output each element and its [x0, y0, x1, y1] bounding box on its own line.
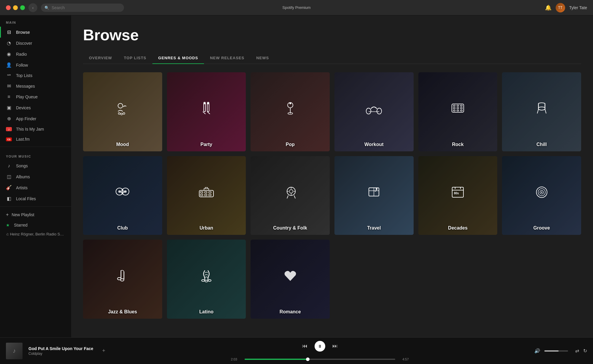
sidebar-label-songs: Songs — [16, 163, 28, 168]
tab-newreleases[interactable]: NEW RELEASES — [204, 52, 250, 64]
svg-point-63 — [208, 280, 211, 281]
svg-rect-21 — [453, 110, 455, 111]
groove-label: Groove — [502, 225, 581, 231]
repeat-button[interactable]: ↻ — [583, 348, 587, 354]
sidebar-item-songs[interactable]: ♪ Songs — [0, 161, 71, 171]
pop-icon — [283, 101, 298, 119]
svg-rect-18 — [453, 108, 455, 109]
username-label[interactable]: Tyler Tate — [569, 5, 587, 10]
genre-card-urban[interactable]: Urban — [167, 156, 246, 235]
tab-genres[interactable]: GENRES & MOODS — [152, 52, 204, 64]
mood-label: Mood — [83, 142, 162, 147]
sidebar-item-toplists[interactable]: ¹²³ Top Lists — [0, 70, 71, 81]
sidebar-item-albums[interactable]: ◫ Albums — [0, 171, 71, 182]
search-input[interactable] — [41, 4, 124, 12]
play-pause-button[interactable]: ⏸ — [315, 341, 325, 352]
track-info: God Put A Smile Upon Your Face Coldplay — [28, 346, 93, 356]
genre-card-country[interactable]: Country & Folk — [251, 156, 330, 235]
search-wrapper: 🔍 — [41, 4, 124, 12]
starred-label: Starred — [14, 223, 28, 227]
add-to-library-button[interactable]: + — [102, 348, 106, 354]
next-button[interactable]: ⏭ — [332, 343, 338, 349]
genre-card-chill[interactable]: Chill — [502, 72, 581, 151]
list-item[interactable]: ♫ Heinz Rögner, Berlin Radio Sympho... — [0, 230, 71, 238]
browse-icon: ⊟ — [6, 29, 12, 35]
chill-label: Chill — [502, 142, 581, 147]
party-icon — [199, 101, 214, 119]
sidebar-label-toplists: Top Lists — [16, 73, 32, 78]
sidebar-item-follow[interactable]: 👤 Follow — [0, 60, 71, 70]
genre-card-rock[interactable]: Rock — [418, 72, 498, 151]
svg-point-13 — [377, 108, 382, 114]
svg-rect-36 — [209, 192, 211, 193]
volume-icon[interactable]: 🔊 — [534, 348, 540, 354]
rock-label: Rock — [418, 142, 498, 147]
main-content: Browse OVERVIEW TOP LISTS GENRES & MOODS… — [71, 15, 593, 337]
sidebar-item-localfiles[interactable]: ◧ Local Files — [0, 193, 71, 204]
svg-point-12 — [366, 108, 371, 114]
progress-track[interactable] — [245, 359, 395, 360]
romance-label: Romance — [251, 309, 330, 315]
sidebar-item-browse[interactable]: ⊟ Browse — [0, 27, 71, 38]
sidebar-label-discover: Discover — [16, 41, 32, 46]
shuffle-button[interactable]: ⇄ — [575, 348, 579, 354]
sidebar-item-discover[interactable]: ◔ Discover — [0, 38, 71, 49]
sidebar-item-playqueue[interactable]: ≡ Play Queue — [0, 92, 71, 102]
sidebar-label-localfiles: Local Files — [16, 196, 36, 201]
svg-point-11 — [289, 102, 291, 104]
volume-track[interactable] — [544, 350, 568, 352]
sidebar-item-thisjam[interactable]: ♪ This Is My Jam — [0, 124, 71, 134]
workout-icon — [366, 103, 382, 118]
sidebar-item-devices[interactable]: ▣ Devices — [0, 102, 71, 113]
starred-item[interactable]: ★ Starred — [0, 220, 71, 230]
artists-icon: 🎸 — [6, 185, 12, 190]
maximize-button[interactable] — [20, 5, 25, 10]
tab-toplists[interactable]: TOP LISTS — [118, 52, 152, 64]
genre-card-club[interactable]: Club — [83, 156, 162, 235]
playqueue-icon: ≡ — [6, 94, 12, 100]
svg-point-61 — [202, 280, 205, 281]
genre-card-workout[interactable]: Workout — [334, 72, 414, 151]
sidebar: MAIN ⊟ Browse ◔ Discover ◉ Radio 👤 Follo… — [0, 15, 71, 337]
radio-icon: ◉ — [6, 51, 12, 57]
close-button[interactable] — [6, 5, 11, 10]
minimize-button[interactable] — [13, 5, 18, 10]
current-time: 2:03 — [231, 357, 241, 361]
new-playlist-plus-icon: + — [6, 212, 9, 217]
sidebar-item-artists[interactable]: 🎸 Artists — [0, 182, 71, 193]
sidebar-item-lastfm[interactable]: cs Last.fm — [0, 134, 71, 144]
sidebar-item-messages[interactable]: ✉ Messages — [0, 81, 71, 92]
track-thumbnail: ♪ — [6, 343, 23, 359]
previous-button[interactable]: ⏮ — [302, 343, 307, 349]
genre-card-mood[interactable]: Mood — [83, 72, 162, 151]
genre-card-groove[interactable]: Groove — [502, 156, 581, 235]
tab-news[interactable]: NEWS — [250, 52, 275, 64]
svg-point-6 — [203, 102, 206, 104]
latino-icon — [199, 269, 214, 286]
new-playlist-button[interactable]: + New Playlist — [0, 209, 71, 220]
tab-overview[interactable]: OVERVIEW — [83, 52, 118, 64]
genre-card-latino[interactable]: Latino — [167, 240, 246, 319]
back-button[interactable]: ‹ — [28, 3, 37, 12]
lastfm-icon: cs — [6, 137, 12, 141]
svg-point-26 — [118, 190, 121, 193]
jazz-icon — [115, 269, 130, 286]
svg-point-1 — [118, 113, 120, 114]
sidebar-label-appfinder: App Finder — [16, 116, 36, 121]
sidebar-item-appfinder[interactable]: ⊕ App Finder — [0, 113, 71, 124]
genre-card-jazz[interactable]: Jazz & Blues — [83, 240, 162, 319]
genre-card-pop[interactable]: Pop — [251, 72, 330, 151]
svg-rect-23 — [460, 110, 462, 111]
genre-card-party[interactable]: Party — [167, 72, 246, 151]
notifications-icon[interactable]: 🔔 — [545, 4, 551, 11]
sidebar-item-radio[interactable]: ◉ Radio — [0, 49, 71, 60]
genre-card-decades[interactable]: 80s Decades — [418, 156, 498, 235]
country-label: Country & Folk — [251, 225, 330, 231]
svg-text:80s: 80s — [454, 192, 459, 195]
svg-rect-16 — [457, 105, 459, 106]
groove-icon — [534, 185, 549, 203]
control-buttons: ⏮ ⏸ ⏭ — [302, 341, 338, 352]
genre-card-romance[interactable]: Romance — [251, 240, 330, 319]
genre-card-travel[interactable]: Travel — [334, 156, 414, 235]
sidebar-label-thisjam: This Is My Jam — [16, 127, 44, 132]
